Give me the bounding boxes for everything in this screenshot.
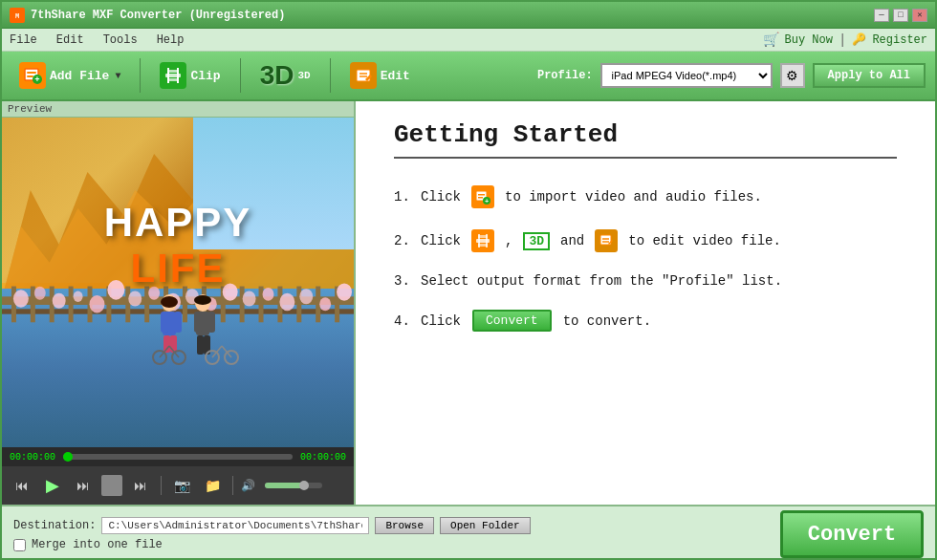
toolbar-right: Profile: iPad MPEG4 Video(*.mp4) iPhone … — [537, 63, 926, 88]
close-button[interactable]: ✕ — [912, 9, 927, 22]
step-2-click: Click — [421, 233, 461, 248]
life-text: LIFE — [11, 246, 344, 291]
add-file-button[interactable]: + Add File ▼ — [11, 58, 128, 93]
titlebar-left: M 7thShare MXF Converter (Unregistered) — [10, 8, 285, 23]
svg-rect-58 — [161, 312, 168, 333]
toolbar-separator-2 — [240, 58, 241, 93]
add-file-label: Add File — [50, 69, 109, 83]
app-title: 7thShare MXF Converter (Unregistered) — [31, 9, 285, 22]
svg-point-42 — [90, 295, 105, 312]
apply-all-button[interactable]: Apply to All — [813, 63, 926, 88]
menubar: File Edit Tools Help 🛒 Buy Now | 🔑 Regis… — [2, 29, 935, 52]
menu-edit[interactable]: Edit — [56, 33, 84, 47]
svg-rect-67 — [197, 335, 204, 355]
controls-separator-2 — [232, 476, 233, 495]
profile-settings-button[interactable]: ⚙ — [780, 63, 805, 88]
step-3-text: Select output format from the "Profile" … — [421, 273, 782, 289]
profile-label: Profile: — [537, 69, 593, 82]
buy-now-link[interactable]: Buy Now — [785, 33, 833, 47]
step-1-text: to import video and audio files. — [505, 189, 762, 205]
controls-separator — [161, 476, 162, 495]
svg-point-40 — [53, 293, 66, 309]
svg-marker-9 — [169, 78, 177, 81]
clip-label: Clip — [190, 69, 220, 83]
step-4: 4. Click Convert to convert. — [394, 310, 897, 332]
toolbar-separator-1 — [140, 58, 141, 93]
menu-help[interactable]: Help — [157, 33, 185, 47]
svg-point-38 — [13, 291, 29, 308]
stop-button[interactable] — [101, 475, 122, 496]
convert-main-button[interactable]: Convert — [780, 510, 924, 558]
step-2-3d-icon: 3D — [523, 232, 550, 250]
timeline: 00:00:00 00:00:00 — [2, 447, 354, 466]
3d-sub-label: 3D — [297, 70, 310, 81]
menu-tools[interactable]: Tools — [103, 33, 138, 47]
step-4-text: to convert. — [563, 313, 651, 329]
clip-button[interactable]: Clip — [152, 58, 228, 93]
next-frame-button[interactable]: ⏭ — [128, 473, 153, 498]
open-folder-button[interactable]: Open Folder — [440, 517, 531, 534]
snapshot-button[interactable]: 📷 — [169, 473, 194, 498]
browse-button[interactable]: Browse — [375, 517, 434, 534]
svg-rect-59 — [174, 312, 182, 333]
fast-forward-button[interactable]: ⏭ — [71, 473, 96, 498]
step-1-num: 1. — [394, 189, 413, 205]
svg-rect-83 — [476, 239, 490, 243]
video-preview: HAPPY LIFE — [2, 118, 354, 447]
toolbar: + Add File ▼ Clip 3D 3D — [2, 52, 935, 101]
register-link[interactable]: Register — [872, 33, 927, 47]
step-4-num: 4. — [394, 313, 413, 329]
playback-controls: ⏮ ▶ ⏭ ⏭ 📷 📁 🔊 — [2, 466, 354, 505]
svg-rect-65 — [194, 312, 202, 333]
edit-label: Edit — [381, 69, 410, 83]
happy-text: HAPPY — [11, 200, 344, 246]
svg-point-69 — [194, 295, 211, 305]
edit-button[interactable]: Edit — [342, 58, 418, 93]
svg-rect-79 — [478, 194, 485, 196]
play-button[interactable]: ▶ — [40, 473, 65, 498]
step-2-edit-icon — [595, 229, 618, 252]
3d-button[interactable]: 3D 3D — [252, 56, 318, 95]
menu-file[interactable]: File — [10, 33, 37, 47]
svg-point-50 — [243, 291, 256, 307]
minimize-button[interactable]: ─ — [874, 9, 889, 22]
destination-label: Destination: — [13, 519, 96, 532]
volume-slider[interactable] — [265, 483, 322, 488]
folder-button[interactable]: 📁 — [200, 473, 225, 498]
step-3-num: 3. — [394, 273, 413, 289]
toolbar-separator-3 — [330, 58, 331, 93]
svg-text:M: M — [15, 12, 19, 20]
svg-text:+: + — [485, 198, 489, 205]
step-4-convert-button[interactable]: Convert — [472, 310, 552, 332]
destination-path-input[interactable] — [101, 517, 369, 534]
step-2-comma: , — [505, 233, 512, 248]
clip-icon — [160, 62, 186, 89]
progress-track[interactable] — [63, 454, 293, 460]
svg-point-52 — [279, 293, 294, 311]
step-2-clip-icon — [471, 229, 494, 252]
maximize-button[interactable]: □ — [893, 9, 908, 22]
skip-back-button[interactable]: ⏮ — [10, 473, 34, 498]
separator-pipe: | — [839, 32, 846, 48]
svg-rect-4 — [27, 75, 33, 77]
merge-checkbox[interactable] — [13, 539, 26, 551]
profile-select[interactable]: iPad MPEG4 Video(*.mp4) iPhone Video(*.m… — [600, 63, 773, 88]
3d-label: 3D — [260, 60, 294, 91]
step-1-click: Click — [421, 189, 461, 205]
progress-thumb — [63, 452, 73, 462]
add-file-icon: + — [19, 62, 46, 89]
svg-text:+: + — [34, 75, 39, 85]
svg-point-41 — [74, 291, 83, 303]
step-1: 1. Click + to import video and audio fil… — [394, 185, 897, 208]
merge-label[interactable]: Merge into one file — [32, 538, 163, 551]
step-2-text: to edit video file. — [628, 233, 781, 248]
main-content: Preview HAPPY LIFE — [2, 101, 935, 505]
step-2-and: and — [560, 233, 584, 248]
app-icon: M — [10, 8, 25, 23]
titlebar: M 7thShare MXF Converter (Unregistered) … — [2, 2, 935, 29]
cart-icon: 🛒 — [763, 32, 779, 48]
add-file-dropdown-arrow[interactable]: ▼ — [115, 71, 120, 81]
svg-marker-8 — [169, 70, 177, 73]
time-end: 00:00:00 — [300, 452, 346, 463]
svg-rect-60 — [163, 335, 170, 353]
